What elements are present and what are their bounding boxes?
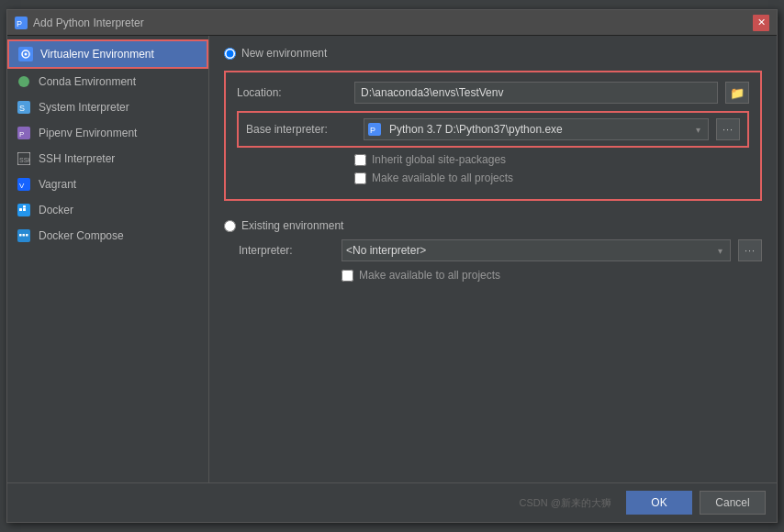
- sidebar-item-conda[interactable]: Conda Environment: [7, 69, 208, 94]
- base-interpreter-value: Python 3.7 D:\Python37\python.exe: [389, 123, 563, 136]
- sidebar-label-vagrant: Vagrant: [39, 178, 76, 191]
- new-env-radio-row: New environment: [224, 47, 762, 67]
- interpreter-more-icon: ···: [745, 245, 756, 256]
- existing-env-section: Existing environment Interpreter: <No in…: [224, 212, 762, 294]
- sidebar-label-docker: Docker: [39, 204, 73, 216]
- base-interpreter-label: Base interpreter:: [246, 123, 356, 136]
- title-bar: P Add Python Interpreter ✕: [7, 10, 777, 36]
- sidebar-item-vagrant[interactable]: V Vagrant: [7, 172, 208, 197]
- main-content: New environment Location: 📁 Base interpr…: [209, 36, 777, 482]
- make-available-new-label: Make available to all projects: [372, 172, 513, 184]
- pipenv-icon: P: [17, 126, 31, 140]
- dialog-footer: CSDN @新来的大狮 OK Cancel: [7, 482, 777, 522]
- sidebar-item-ssh[interactable]: SSH SSH Interpreter: [7, 146, 208, 172]
- svg-rect-18: [19, 234, 22, 237]
- no-interpreter-value: <No interpreter>: [346, 244, 426, 257]
- location-browse-button[interactable]: 📁: [725, 82, 749, 104]
- svg-text:P: P: [370, 126, 375, 135]
- watermark: CSDN @新来的大狮: [520, 496, 611, 510]
- sidebar: Virtualenv Environment Conda Environment…: [7, 36, 209, 482]
- system-icon: S: [17, 100, 31, 115]
- new-env-label: New environment: [241, 47, 327, 60]
- interpreter-arrow-icon: ▾: [714, 246, 726, 256]
- cancel-button[interactable]: Cancel: [700, 491, 766, 515]
- more-icon: ···: [722, 124, 734, 135]
- sidebar-item-system[interactable]: S System Interpreter: [7, 94, 208, 120]
- svg-point-4: [25, 53, 28, 56]
- make-available-existing-checkbox[interactable]: [342, 270, 353, 282]
- sidebar-label-system: System Interpreter: [39, 101, 129, 114]
- close-button[interactable]: ✕: [753, 15, 769, 31]
- svg-text:V: V: [19, 182, 25, 190]
- sidebar-label-virtualenv: Virtualenv Environment: [40, 48, 154, 61]
- interpreter-label: Interpreter:: [224, 244, 334, 257]
- base-interpreter-arrow-icon: ▾: [692, 125, 704, 135]
- existing-env-label: Existing environment: [241, 219, 343, 232]
- sidebar-label-docker-compose: Docker Compose: [39, 229, 124, 242]
- existing-env-radio[interactable]: [224, 220, 236, 232]
- virtualenv-icon: [18, 47, 33, 61]
- svg-text:SSH: SSH: [19, 157, 30, 163]
- sidebar-item-virtualenv[interactable]: Virtualenv Environment: [7, 39, 208, 69]
- make-available-existing-label: Make available to all projects: [359, 269, 500, 282]
- sidebar-item-pipenv[interactable]: P Pipenv Environment: [7, 120, 208, 146]
- interpreter-select[interactable]: <No interpreter> ▾: [342, 239, 731, 261]
- svg-rect-19: [23, 234, 26, 237]
- location-label: Location:: [237, 86, 347, 99]
- make-available-new-checkbox-row: Make available to all projects: [237, 172, 749, 184]
- ssh-icon: SSH: [17, 151, 31, 166]
- svg-rect-15: [23, 208, 26, 211]
- add-python-interpreter-dialog: P Add Python Interpreter ✕ Virtualenv En…: [6, 9, 778, 523]
- python-icon-small: P: [368, 123, 384, 137]
- title-bar-left: P Add Python Interpreter: [15, 17, 144, 29]
- new-env-box: Location: 📁 Base interpreter:: [224, 71, 762, 201]
- base-interpreter-row: Base interpreter: P Python 3.7 D:\Python…: [237, 111, 749, 148]
- dialog-icon: P: [15, 17, 28, 29]
- svg-rect-20: [26, 234, 28, 237]
- interpreter-more-button[interactable]: ···: [738, 239, 762, 261]
- inherit-checkbox[interactable]: [354, 154, 366, 166]
- existing-env-radio-label[interactable]: Existing environment: [224, 219, 762, 232]
- new-env-radio[interactable]: [224, 48, 236, 60]
- conda-icon: [17, 74, 31, 89]
- svg-rect-14: [19, 208, 22, 211]
- make-available-existing-checkbox-row: Make available to all projects: [224, 269, 762, 282]
- location-input[interactable]: [354, 82, 718, 104]
- location-row: Location: 📁: [237, 82, 749, 104]
- inherit-checkbox-row: Inherit global site-packages: [237, 153, 749, 166]
- interpreter-row: Interpreter: <No interpreter> ▾ ···: [224, 239, 762, 261]
- dialog-title: Add Python Interpreter: [33, 17, 144, 29]
- sidebar-item-docker-compose[interactable]: Docker Compose: [7, 223, 208, 249]
- sidebar-label-conda: Conda Environment: [39, 75, 136, 88]
- ok-button[interactable]: OK: [626, 491, 692, 515]
- vagrant-icon: V: [17, 177, 31, 192]
- inherit-label: Inherit global site-packages: [372, 153, 506, 166]
- dialog-body: Virtualenv Environment Conda Environment…: [7, 36, 777, 482]
- svg-rect-16: [23, 205, 26, 208]
- base-interpreter-more-button[interactable]: ···: [716, 118, 740, 140]
- svg-text:S: S: [19, 104, 25, 113]
- base-interpreter-select[interactable]: P Python 3.7 D:\Python37\python.exe ▾: [364, 118, 709, 140]
- svg-text:P: P: [19, 130, 24, 139]
- make-available-new-checkbox[interactable]: [354, 172, 366, 184]
- docker-compose-icon: [17, 228, 31, 243]
- sidebar-label-pipenv: Pipenv Environment: [39, 127, 137, 139]
- folder-icon: 📁: [730, 86, 745, 100]
- svg-text:P: P: [17, 19, 22, 28]
- new-env-radio-label[interactable]: New environment: [224, 47, 762, 60]
- sidebar-label-ssh: SSH Interpreter: [39, 152, 115, 165]
- docker-icon: [17, 203, 31, 217]
- sidebar-item-docker[interactable]: Docker: [7, 197, 208, 223]
